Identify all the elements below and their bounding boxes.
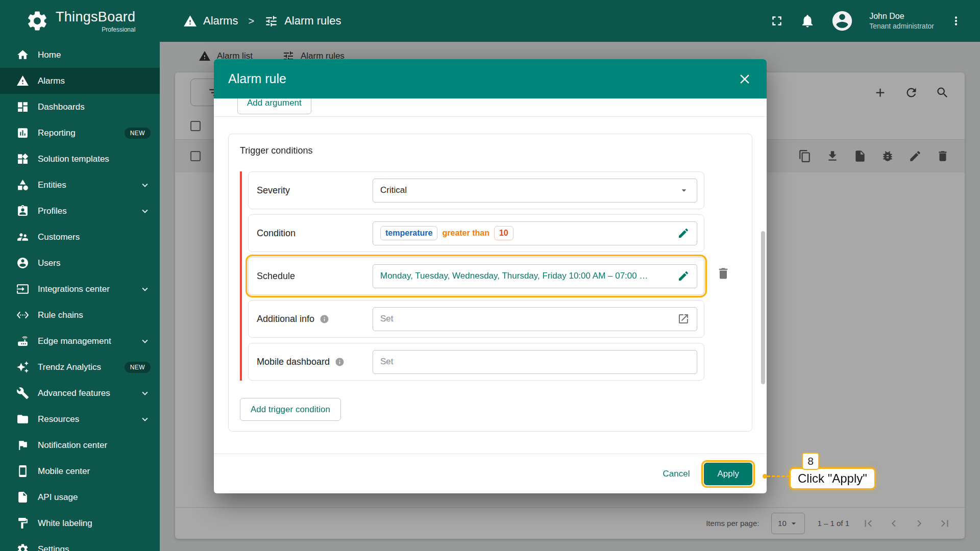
trigger-condition-rows: Severity Critical Condition temperature … bbox=[240, 171, 704, 381]
mobile-dashboard-label: Mobile dashboard bbox=[257, 357, 373, 367]
section-divider bbox=[214, 116, 767, 117]
avatar[interactable] bbox=[830, 9, 854, 33]
delete-trigger-condition-icon[interactable] bbox=[716, 266, 730, 281]
resources-icon bbox=[16, 413, 29, 425]
edit-condition-icon[interactable] bbox=[677, 227, 690, 239]
white-labeling-icon bbox=[16, 517, 29, 530]
open-in-new-icon[interactable] bbox=[677, 313, 690, 325]
modal-scrollbar[interactable] bbox=[761, 231, 765, 384]
sidebar-item-label: Edge management bbox=[38, 336, 111, 346]
sidebar-item-label: Entities bbox=[38, 180, 66, 190]
sidebar-item-label: Solution templates bbox=[38, 154, 109, 164]
add-trigger-condition-button[interactable]: Add trigger condition bbox=[240, 398, 341, 421]
alarm-rules-breadcrumb-icon bbox=[264, 14, 278, 28]
brand[interactable]: ThingsBoard Professional bbox=[0, 9, 160, 33]
sidebar-item-mobile-center[interactable]: Mobile center bbox=[0, 458, 160, 484]
sidebar-item-reporting[interactable]: Reporting NEW bbox=[0, 120, 160, 146]
annotation-step-number: 8 bbox=[802, 453, 819, 470]
cancel-button[interactable]: Cancel bbox=[654, 464, 699, 484]
sidebar-item-rule-chains[interactable]: Rule chains bbox=[0, 302, 160, 328]
brand-text: ThingsBoard Professional bbox=[56, 9, 135, 33]
sidebar-item-label: Rule chains bbox=[38, 310, 83, 320]
breadcrumb-separator: > bbox=[248, 15, 254, 27]
fullscreen-icon[interactable] bbox=[769, 13, 785, 29]
notifications-bell-icon[interactable] bbox=[800, 13, 815, 29]
dropdown-caret-icon bbox=[678, 185, 690, 196]
close-icon[interactable] bbox=[737, 71, 752, 87]
user-name: John Doe bbox=[869, 11, 934, 22]
condition-value-chip: 10 bbox=[494, 226, 513, 240]
sidebar-item-solution-templates[interactable]: Solution templates bbox=[0, 146, 160, 172]
sidebar-item-label: Resources bbox=[38, 414, 79, 424]
sidebar-item-integrations-center[interactable]: Integrations center bbox=[0, 276, 160, 302]
edge-management-icon bbox=[16, 335, 29, 347]
profiles-icon bbox=[16, 205, 29, 217]
edit-schedule-icon[interactable] bbox=[677, 270, 690, 282]
trigger-condition-group: Severity Critical Condition temperature … bbox=[240, 171, 704, 381]
info-icon bbox=[320, 314, 329, 324]
sidebar-item-label: Settings bbox=[38, 544, 69, 551]
dialog-footer: Cancel Apply bbox=[214, 454, 767, 493]
info-icon bbox=[335, 357, 345, 367]
sidebar-item-users[interactable]: Users bbox=[0, 250, 160, 276]
additional-info-field[interactable]: Set bbox=[373, 307, 697, 331]
sidebar-item-label: Home bbox=[38, 50, 61, 60]
additional-info-label: Additional info bbox=[257, 314, 373, 324]
additional-info-label-text: Additional info bbox=[257, 314, 314, 324]
chevron-down-icon bbox=[139, 388, 151, 399]
sidebar-item-alarms[interactable]: Alarms bbox=[0, 68, 160, 94]
trendz-analytics-icon bbox=[16, 361, 29, 373]
sidebar-item-entities[interactable]: Entities bbox=[0, 172, 160, 198]
chevron-down-icon bbox=[139, 180, 151, 191]
chevron-down-icon bbox=[139, 336, 151, 347]
dialog-header: Alarm rule bbox=[214, 59, 767, 98]
app-header: ThingsBoard Professional Alarms > Alarm … bbox=[0, 0, 980, 42]
brand-edition: Professional bbox=[56, 26, 135, 33]
sidebar-item-label: Notification center bbox=[38, 440, 107, 450]
integrations-icon bbox=[16, 283, 29, 295]
condition-label: Condition bbox=[257, 228, 373, 239]
sidebar-item-white-labeling[interactable]: White labeling bbox=[0, 510, 160, 536]
user-info[interactable]: John Doe Tenant administrator bbox=[869, 11, 934, 31]
sidebar-item-home[interactable]: Home bbox=[0, 42, 160, 68]
sidebar-item-profiles[interactable]: Profiles bbox=[0, 198, 160, 224]
sidebar-item-customers[interactable]: Customers bbox=[0, 224, 160, 250]
entities-icon bbox=[16, 179, 29, 191]
schedule-value: Monday, Tuesday, Wednesday, Thursday, Fr… bbox=[380, 271, 648, 281]
sidebar-item-advanced-features[interactable]: Advanced features bbox=[0, 380, 160, 406]
schedule-row: Schedule Monday, Tuesday, Wednesday, Thu… bbox=[248, 257, 704, 295]
schedule-field[interactable]: Monday, Tuesday, Wednesday, Thursday, Fr… bbox=[373, 264, 697, 288]
sidebar-item-settings[interactable]: Settings bbox=[0, 536, 160, 551]
new-badge: NEW bbox=[125, 362, 151, 373]
sidebar-item-resources[interactable]: Resources bbox=[0, 406, 160, 432]
condition-field[interactable]: temperature greater than 10 bbox=[373, 221, 697, 245]
breadcrumb: Alarms > Alarm rules bbox=[183, 14, 341, 28]
sidebar-item-dashboards[interactable]: Dashboards bbox=[0, 94, 160, 120]
sidebar-item-trendz-analytics[interactable]: Trendz Analytics NEW bbox=[0, 354, 160, 380]
condition-key-chip: temperature bbox=[380, 226, 437, 240]
rule-chains-icon bbox=[16, 309, 29, 321]
sidebar-item-api-usage[interactable]: API usage bbox=[0, 484, 160, 510]
breadcrumb-section[interactable]: Alarms bbox=[203, 14, 238, 28]
sidebar-item-edge-management[interactable]: Edge management bbox=[0, 328, 160, 354]
notification-center-icon bbox=[16, 439, 29, 452]
sidebar-item-label: White labeling bbox=[38, 518, 92, 529]
sidebar-item-label: Customers bbox=[38, 232, 80, 242]
sidebar-item-label: Dashboards bbox=[38, 102, 85, 112]
home-icon bbox=[16, 48, 29, 61]
additional-info-row: Additional info Set bbox=[248, 300, 704, 338]
severity-select[interactable]: Critical bbox=[373, 179, 697, 203]
annotation-connector-dot bbox=[763, 474, 767, 479]
thingsboard-logo-icon bbox=[26, 9, 49, 33]
breadcrumb-page: Alarm rules bbox=[284, 14, 341, 28]
dialog-body: Add argument Trigger conditions Severity… bbox=[214, 98, 767, 454]
apply-button[interactable]: Apply bbox=[704, 463, 752, 485]
more-menu-icon[interactable] bbox=[949, 14, 963, 28]
settings-gear-icon bbox=[16, 543, 29, 551]
brand-name: ThingsBoard bbox=[56, 9, 135, 25]
sidebar-item-notification-center[interactable]: Notification center bbox=[0, 432, 160, 458]
user-role: Tenant administrator bbox=[869, 21, 934, 31]
alarms-breadcrumb-icon bbox=[183, 14, 197, 28]
add-argument-button[interactable]: Add argument bbox=[237, 98, 311, 114]
mobile-dashboard-field[interactable]: Set bbox=[373, 350, 697, 374]
